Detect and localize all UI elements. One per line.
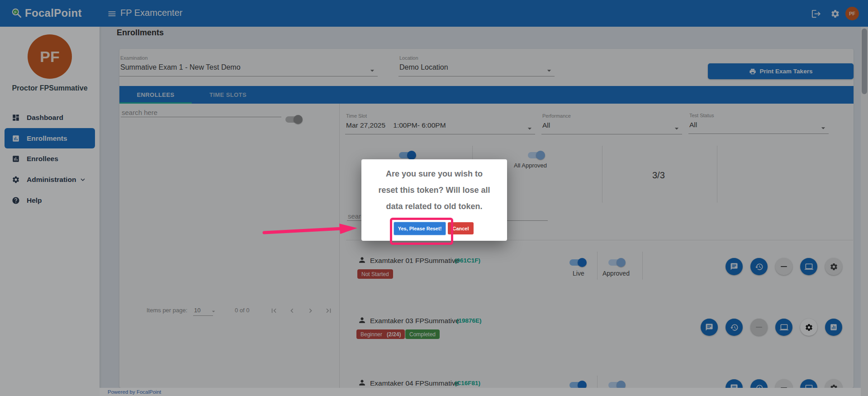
app-root: F FocalPoint FP Examcenter PF PF Proctor…: [0, 0, 868, 396]
reset-token-dialog: Are you sure you wish to reset this toke…: [361, 159, 507, 241]
confirm-reset-button[interactable]: Yes, Please Reset!: [394, 222, 446, 235]
cancel-button[interactable]: Cancel: [448, 222, 474, 234]
dialog-message: Are you sure you wish to reset this toke…: [361, 166, 507, 215]
